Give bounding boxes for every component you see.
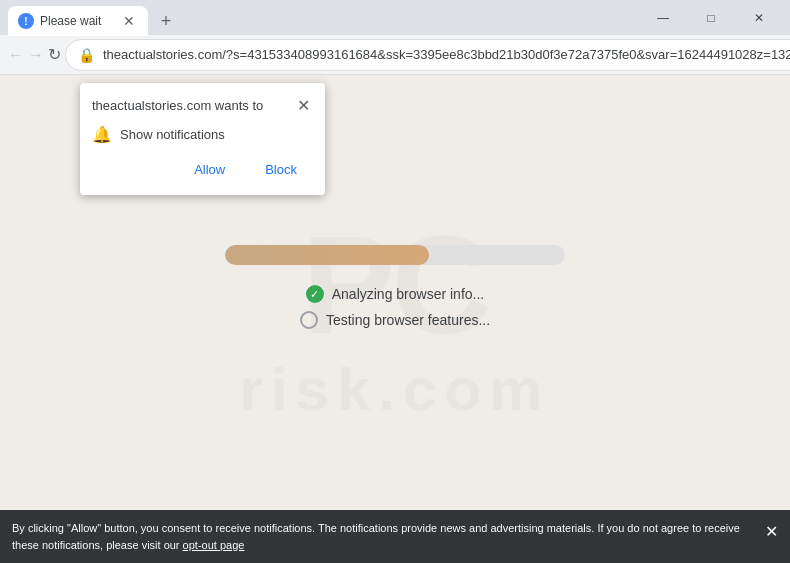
popup-header: theactualstories.com wants to ✕ bbox=[92, 95, 313, 115]
refresh-button[interactable]: ↻ bbox=[48, 39, 61, 71]
address-bar[interactable]: 🔒 theactualstories.com/?s=43153340899316… bbox=[65, 39, 790, 71]
tab-close-button[interactable]: ✕ bbox=[120, 12, 138, 30]
window-controls: — □ ✕ bbox=[640, 3, 790, 33]
url-text: theactualstories.com/?s=4315334089931616… bbox=[103, 47, 790, 62]
status-text-testing: Testing browser features... bbox=[326, 312, 490, 328]
opt-out-link[interactable]: opt-out page bbox=[183, 539, 245, 551]
popup-notification-row: 🔔 Show notifications bbox=[92, 125, 313, 144]
tab-title: Please wait bbox=[40, 14, 114, 28]
notification-popup: theactualstories.com wants to ✕ 🔔 Show n… bbox=[80, 83, 325, 195]
allow-button[interactable]: Allow bbox=[178, 156, 241, 183]
progress-bar-fill bbox=[225, 245, 429, 265]
bottom-bar-close-button[interactable]: ✕ bbox=[765, 520, 778, 544]
navigation-bar: ← → ↻ 🔒 theactualstories.com/?s=43153340… bbox=[0, 35, 790, 75]
back-button[interactable]: ← bbox=[8, 39, 24, 71]
browser-window: Please wait ✕ + — □ ✕ ← → ↻ 🔒 theactuals… bbox=[0, 0, 790, 563]
status-item-testing: Testing browser features... bbox=[300, 311, 490, 329]
browser-content: PC risk.com Analyzing browser info... Te… bbox=[0, 75, 790, 563]
close-button[interactable]: ✕ bbox=[736, 3, 782, 33]
block-button[interactable]: Block bbox=[249, 156, 313, 183]
status-item-analyzing: Analyzing browser info... bbox=[306, 285, 485, 303]
popup-title: theactualstories.com wants to bbox=[92, 98, 263, 113]
bottom-bar-text: By clicking "Allow" button, you consent … bbox=[12, 522, 740, 551]
new-tab-button[interactable]: + bbox=[152, 7, 180, 35]
status-circle-pending bbox=[300, 311, 318, 329]
bottom-notification-bar: By clicking "Allow" button, you consent … bbox=[0, 510, 790, 563]
bell-icon: 🔔 bbox=[92, 125, 112, 144]
popup-buttons: Allow Block bbox=[92, 156, 313, 183]
minimize-button[interactable]: — bbox=[640, 3, 686, 33]
progress-bar-container bbox=[225, 245, 565, 265]
popup-close-button[interactable]: ✕ bbox=[293, 95, 313, 115]
lock-icon: 🔒 bbox=[78, 47, 95, 63]
title-bar: Please wait ✕ + — □ ✕ bbox=[0, 0, 790, 35]
status-circle-done bbox=[306, 285, 324, 303]
tab-bar: Please wait ✕ + bbox=[8, 0, 640, 35]
popup-notification-text: Show notifications bbox=[120, 127, 225, 142]
tab-favicon bbox=[18, 13, 34, 29]
forward-button[interactable]: → bbox=[28, 39, 44, 71]
maximize-button[interactable]: □ bbox=[688, 3, 734, 33]
status-text-analyzing: Analyzing browser info... bbox=[332, 286, 485, 302]
active-tab[interactable]: Please wait ✕ bbox=[8, 6, 148, 36]
